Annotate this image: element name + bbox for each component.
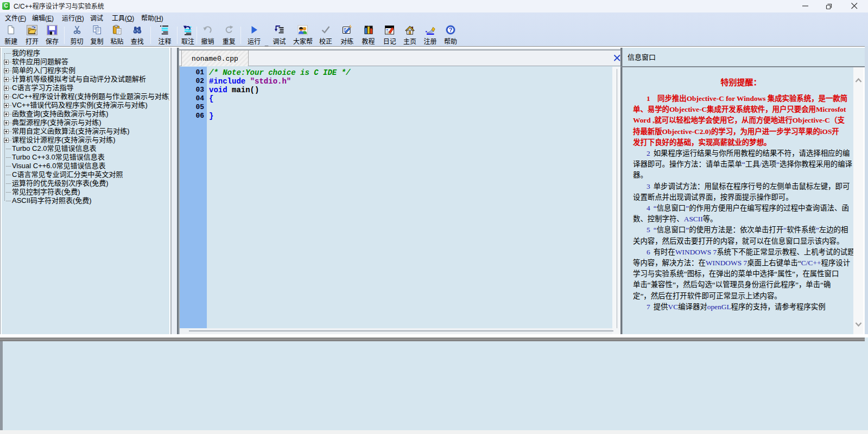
svg-text:?: ? [449,27,453,33]
